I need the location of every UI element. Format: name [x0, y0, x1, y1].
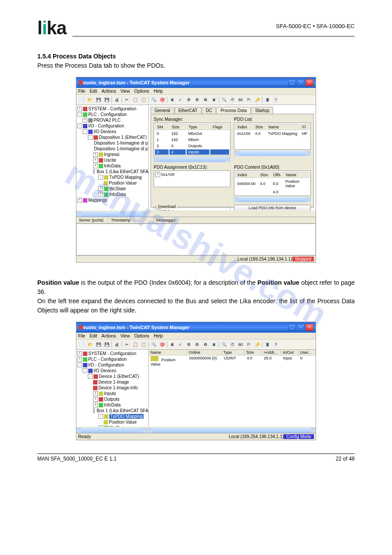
tab-general[interactable]: General [151, 107, 174, 114]
target-icon[interactable]: 🎯 [158, 96, 165, 103]
hscroll[interactable] [234, 197, 311, 202]
search-icon[interactable]: 🔍 [150, 341, 157, 348]
delete-icon[interactable]: 🗑 [264, 341, 271, 348]
menu-edit[interactable]: Edit [90, 89, 97, 94]
tab-ethercat[interactable]: EtherCAT [175, 107, 201, 114]
time-icon[interactable]: ⏱ [229, 96, 236, 103]
menu-options[interactable]: Options [134, 334, 149, 338]
help-icon[interactable]: ? [272, 341, 279, 348]
maximize-button[interactable]: ▫ [297, 79, 305, 86]
app-icon [79, 80, 83, 85]
gear-icon[interactable]: ⚙ [185, 341, 192, 348]
menu-actions[interactable]: Actions [101, 334, 116, 338]
device-icon[interactable]: 🖥 [169, 96, 176, 103]
hscroll[interactable] [154, 157, 230, 162]
menu-help[interactable]: Help [154, 89, 163, 94]
gear2-icon[interactable]: ⚙ [194, 96, 201, 103]
key-icon[interactable]: 🔑 [254, 341, 261, 348]
tree-panel[interactable]: +SYSTEM - Configuration -PLC - Configura… [76, 105, 149, 210]
menu-options[interactable]: Options [134, 89, 149, 94]
flag-icon[interactable]: 🏳 [245, 341, 252, 348]
cut-icon[interactable]: ✂ [123, 341, 130, 348]
flag-icon[interactable]: 🏳 [245, 96, 252, 103]
menu-help[interactable]: Help [154, 334, 163, 338]
minimize-button[interactable]: _ [288, 79, 296, 86]
sync-label: Sync Manager: [154, 117, 230, 122]
x60-icon[interactable]: 60 [237, 341, 244, 348]
save-icon[interactable]: 💾 [95, 96, 102, 103]
page-num: 22 of 48 [336, 456, 355, 462]
save-icon[interactable]: 💾 [95, 341, 102, 348]
key-icon[interactable]: 🔑 [254, 96, 261, 103]
new-icon[interactable]: 📄 [78, 341, 85, 348]
saveall-icon[interactable]: 💾 [103, 341, 110, 348]
tree-hscroll[interactable] [76, 428, 147, 433]
reload-icon[interactable]: ♻ [202, 341, 209, 348]
x60-icon[interactable]: 60 [237, 96, 244, 103]
logo: lika [37, 18, 66, 38]
log-area [76, 224, 316, 255]
menu-file[interactable]: File [78, 334, 85, 338]
delete-icon[interactable]: 🗑 [264, 96, 271, 103]
print-icon[interactable]: 🖨 [113, 96, 120, 103]
minimize-button[interactable]: _ [288, 324, 296, 331]
menu-actions[interactable]: Actions [101, 89, 116, 94]
cb-pdoassign[interactable]: ✓PDO Assignment [156, 209, 228, 210]
zoom-icon[interactable]: 🔍 [220, 341, 227, 348]
pdocontent-table[interactable]: IndexSizeOffsName 0x6004:004.00.0Positio… [234, 170, 311, 196]
target-icon[interactable]: 🎯 [158, 341, 165, 348]
reload-icon[interactable]: ♻ [202, 96, 209, 103]
device-icon[interactable]: 🖥 [169, 341, 176, 348]
menubar: File Edit Actions View Options Help [76, 88, 316, 95]
tree-panel[interactable]: +SYSTEM - Configuration +PLC - Configura… [76, 350, 149, 427]
maximize-button[interactable]: ▫ [297, 324, 305, 331]
list-hscroll[interactable] [147, 428, 316, 433]
tree-hscroll[interactable] [76, 211, 147, 217]
new-icon[interactable]: 📄 [78, 96, 85, 103]
para1: 1.5.4 Process Data Objects Press the Pro… [37, 52, 355, 70]
list-row[interactable]: Position Value 0x00000000 (0) UDINT 4.0 … [149, 355, 316, 367]
paste-icon[interactable]: 📋 [140, 96, 147, 103]
paste-icon[interactable]: 📋 [140, 341, 147, 348]
pdoassign-list[interactable]: ✓0x1A00 [154, 170, 230, 187]
copy-icon[interactable]: 📋 [132, 96, 139, 103]
gear2-icon[interactable]: ⚙ [194, 341, 201, 348]
search-icon[interactable]: 🔍 [150, 96, 157, 103]
titlebar: vuoto_inglese.tsm - TwinCAT System Manag… [76, 77, 316, 88]
open-icon[interactable]: 📂 [86, 341, 94, 348]
close-button[interactable]: × [306, 79, 313, 86]
load-pdo-button[interactable]: Load PDO info from device [234, 205, 311, 210]
monitor-icon[interactable]: 🖥 [210, 341, 217, 348]
para2: Position value is the output of the PDO … [37, 278, 355, 315]
time-icon[interactable]: ⏱ [229, 341, 236, 348]
help-icon[interactable]: ? [272, 96, 279, 103]
col-timestamp: Timestamp [108, 217, 154, 223]
pdolist-table[interactable]: IndexSizeNameFl 0x1A004.0TxPDO MappingMF [234, 123, 311, 150]
col-server: Server (porta) [76, 217, 108, 223]
check-icon[interactable]: ✓ [177, 341, 184, 348]
list-header[interactable]: Name Online Type Size >Addr... In/Out Us… [149, 350, 316, 355]
screenshot-2: vuoto_inglese.tsm - TwinCAT System Manag… [76, 322, 316, 440]
cut-icon[interactable]: ✂ [123, 96, 130, 103]
menu-edit[interactable]: Edit [90, 334, 97, 338]
sync-table[interactable]: SMSizeTypeFlags 0192MbxOut 1192MbxIn 20O… [154, 123, 230, 156]
hscroll[interactable] [234, 151, 311, 156]
menu-file[interactable]: File [78, 89, 85, 94]
print-icon[interactable]: 🖨 [113, 341, 120, 348]
check-icon[interactable]: ✓ [177, 96, 184, 103]
tab-startup[interactable]: Startup [251, 107, 273, 114]
monitor-icon[interactable]: 🖥 [210, 96, 217, 103]
zoom-icon[interactable]: 🔍 [220, 96, 227, 103]
gear-icon[interactable]: ⚙ [185, 96, 192, 103]
copy-icon[interactable]: 📋 [132, 341, 139, 348]
tab-processdata[interactable]: Process Data [216, 107, 251, 114]
saveall-icon[interactable]: 💾 [103, 96, 110, 103]
close-button[interactable]: × [306, 324, 313, 331]
statusbar: Local (169.254.196.134.1.1) Stopped [76, 255, 316, 262]
list-body[interactable]: Position Value 0x00000000 (0) UDINT 4.0 … [149, 355, 316, 426]
menu-view[interactable]: View [120, 89, 130, 94]
menu-view[interactable]: View [120, 334, 130, 338]
pdoassign-label: PDO Assignment (0x1C13): [154, 165, 230, 170]
tab-dc[interactable]: DC [202, 107, 216, 114]
open-icon[interactable]: 📂 [86, 96, 94, 103]
